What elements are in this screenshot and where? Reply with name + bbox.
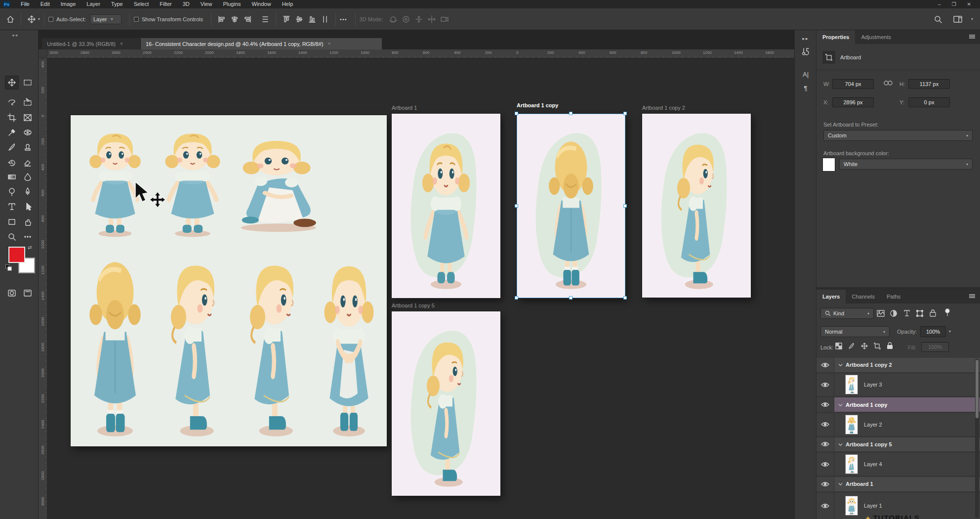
opacity-field[interactable]: 100%: [920, 326, 946, 337]
menu-item[interactable]: Window: [246, 0, 277, 8]
menu-item[interactable]: Edit: [35, 0, 55, 8]
transform-handle[interactable]: [623, 296, 627, 300]
path-select-tool[interactable]: [21, 200, 35, 214]
collapsed-panel-brushes-icon[interactable]: [799, 45, 813, 58]
y-field[interactable]: 0 px: [908, 97, 950, 107]
lock-all-icon[interactable]: [887, 342, 893, 350]
transform-handle[interactable]: [623, 204, 627, 208]
tab-channels[interactable]: Channels: [846, 290, 880, 303]
align-center-horizontal-icon[interactable]: [228, 13, 241, 26]
screen-mode-button[interactable]: [21, 286, 35, 300]
healing-brush-tool[interactable]: [21, 126, 35, 139]
window-close-button[interactable]: ✕: [967, 1, 971, 7]
eyedropper-tool[interactable]: [5, 126, 19, 139]
canvas[interactable]: Artboard 1 Artboard 1 copy Artboard 1 co…: [47, 58, 794, 519]
menu-item[interactable]: Type: [106, 0, 128, 8]
chevron-down-icon[interactable]: [838, 441, 843, 447]
layer-filter-kind-dropdown[interactable]: Kind▾: [820, 308, 874, 319]
layer-thumbnail[interactable]: [845, 496, 858, 516]
swap-colors-icon[interactable]: ⇄: [28, 245, 32, 250]
show-transform-checkbox[interactable]: [134, 17, 139, 22]
chevron-down-icon[interactable]: ▾: [971, 17, 973, 21]
transform-handle[interactable]: [515, 112, 518, 115]
menu-item[interactable]: Filter: [154, 0, 177, 8]
hand-tool[interactable]: [21, 215, 35, 229]
transform-handle[interactable]: [515, 296, 518, 300]
layer-row[interactable]: Layer 3: [817, 374, 980, 396]
tab-close-icon[interactable]: ×: [120, 41, 123, 46]
frame-tool[interactable]: [21, 111, 35, 125]
scrollbar-thumb[interactable]: [976, 360, 979, 418]
move-tool-option-icon[interactable]: [25, 13, 38, 26]
panel-menu-icon[interactable]: [969, 34, 976, 40]
menu-item[interactable]: Layer: [81, 0, 106, 8]
layer-thumbnail[interactable]: [845, 454, 858, 474]
crop-tool[interactable]: [5, 111, 19, 125]
workspace-switcher-icon[interactable]: [951, 13, 964, 26]
brush-tool[interactable]: [5, 140, 19, 154]
marquee-tool[interactable]: [21, 76, 35, 89]
chevron-down-icon[interactable]: ▾: [38, 17, 40, 21]
expand-panels-icon[interactable]: ▸▸: [799, 32, 813, 45]
filter-adjustment-layers-icon[interactable]: [890, 310, 897, 318]
transform-handle[interactable]: [515, 204, 518, 208]
window-minimize-button[interactable]: –: [938, 1, 941, 7]
artboard-label[interactable]: Artboard 1: [392, 105, 417, 111]
align-left-icon[interactable]: [215, 13, 228, 26]
transform-handle[interactable]: [569, 296, 572, 300]
link-dimensions-icon[interactable]: [883, 79, 894, 88]
height-field[interactable]: 1137 px: [908, 79, 950, 89]
menu-item[interactable]: Image: [55, 0, 82, 8]
document-tab-active[interactable]: 16- Consistent Character design.psd @ 40…: [141, 38, 382, 49]
align-right-icon[interactable]: [241, 13, 254, 26]
chevron-down-icon[interactable]: [838, 402, 843, 408]
layer-group-row-selected[interactable]: Artboard 1 copy: [817, 397, 980, 412]
more-options-button[interactable]: •••: [340, 16, 347, 22]
move-tool[interactable]: [5, 76, 19, 89]
bg-color-swatch[interactable]: [822, 158, 835, 172]
layers-scrollbar[interactable]: [975, 359, 979, 518]
lock-transparency-icon[interactable]: [835, 343, 842, 350]
history-brush-tool[interactable]: [5, 156, 19, 170]
blur-tool[interactable]: [21, 170, 35, 184]
tab-close-icon[interactable]: ×: [327, 41, 330, 46]
align-middle-icon[interactable]: [293, 13, 306, 26]
panel-menu-icon[interactable]: [969, 294, 976, 300]
toolbar-collapse-icon[interactable]: ◂◂: [12, 33, 18, 38]
gradient-tool[interactable]: [5, 170, 19, 184]
pen-tool[interactable]: [21, 185, 35, 199]
lock-pixels-icon[interactable]: [848, 343, 855, 350]
artboard-label[interactable]: Artboard 1 copy 2: [642, 105, 685, 111]
dodge-tool[interactable]: [5, 185, 19, 199]
vertical-ruler[interactable]: 4002000200400600800100012001400160018002…: [39, 58, 47, 519]
tab-properties[interactable]: Properties: [817, 30, 855, 44]
reference-sheet-image[interactable]: [71, 115, 387, 446]
align-top-icon[interactable]: [280, 13, 293, 26]
distribute-horizontal-icon[interactable]: [319, 13, 331, 26]
foreground-color-swatch[interactable]: [8, 247, 25, 263]
collapsed-panel-paragraph-icon[interactable]: ¶: [799, 82, 813, 94]
tab-adjustments[interactable]: Adjustments: [855, 30, 897, 44]
menu-item[interactable]: Help: [277, 0, 299, 8]
chevron-down-icon[interactable]: ▾: [949, 329, 951, 334]
visibility-toggle[interactable]: [817, 493, 834, 519]
menu-item[interactable]: View: [195, 0, 218, 8]
visibility-toggle[interactable]: [817, 453, 834, 476]
object-selection-tool[interactable]: [21, 95, 35, 109]
artboard-1-copy-2[interactable]: [642, 114, 751, 298]
layer-group-row[interactable]: Artboard 1 copy 2: [817, 358, 980, 372]
distribute-vertical-icon[interactable]: [259, 13, 272, 26]
artboard-label[interactable]: Artboard 1 copy 5: [392, 303, 435, 308]
layer-group-row[interactable]: Artboard 1: [817, 477, 980, 491]
align-bottom-icon[interactable]: [306, 13, 319, 26]
visibility-toggle[interactable]: [817, 374, 834, 396]
type-tool[interactable]: [5, 200, 19, 214]
visibility-toggle[interactable]: [817, 358, 834, 372]
filter-type-layers-icon[interactable]: [903, 309, 910, 318]
preset-dropdown[interactable]: Custom▾: [823, 130, 973, 141]
layer-row[interactable]: Layer 2: [817, 413, 980, 436]
transform-handle[interactable]: [569, 112, 572, 115]
tab-layers[interactable]: Layers: [817, 290, 846, 303]
filter-smart-objects-icon[interactable]: [930, 309, 936, 318]
transform-handle[interactable]: [623, 112, 627, 115]
